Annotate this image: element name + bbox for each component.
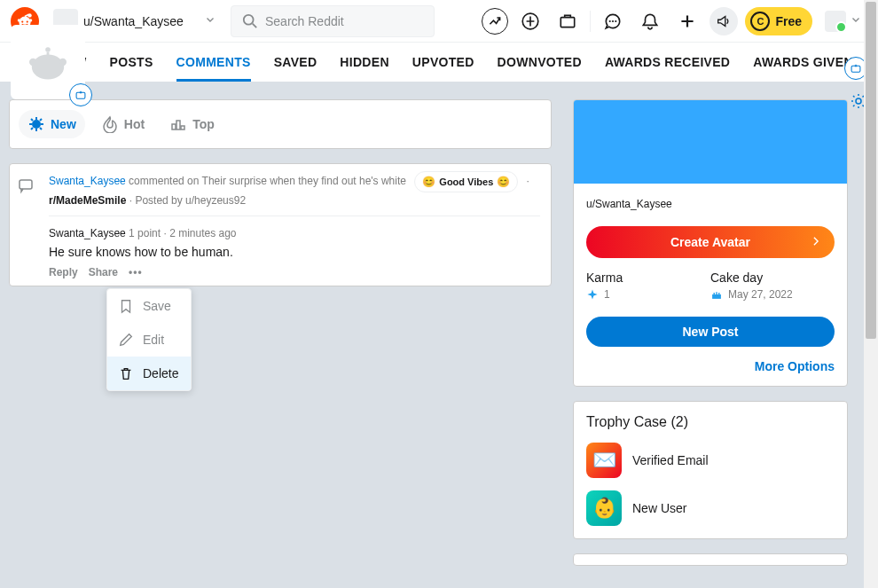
svg-rect-15	[181, 126, 184, 129]
comment-card[interactable]: Swanta_Kaysee commented on Their surpris…	[9, 163, 552, 286]
top-header: u/Swanta_Kaysee C Free	[0, 0, 878, 43]
reply-button[interactable]: Reply	[49, 266, 78, 278]
svg-rect-13	[176, 121, 180, 129]
tab-saved[interactable]: SAVED	[274, 43, 317, 82]
free-coins-button[interactable]: C Free	[745, 7, 812, 35]
subreddit-link[interactable]: r/MadeMeSmile	[49, 194, 126, 207]
svg-point-9	[609, 20, 611, 21]
comment-author-link[interactable]: Swanta_Kaysee	[49, 175, 126, 187]
svg-point-5	[29, 19, 32, 21]
svg-point-10	[612, 20, 614, 21]
sort-new[interactable]: New	[19, 110, 85, 138]
pencil-icon	[118, 332, 134, 348]
svg-rect-14	[172, 124, 176, 129]
sort-hot-label: Hot	[124, 117, 145, 131]
podium-icon	[169, 115, 187, 133]
trophy-icon: ✉️	[586, 443, 622, 478]
user-avatar-icon	[825, 11, 846, 32]
trophy-icon: 👶	[586, 490, 622, 526]
tab-posts[interactable]: POSTS	[110, 43, 153, 82]
popular-icon[interactable]	[482, 8, 508, 35]
svg-point-2	[21, 20, 23, 22]
scrollbar-track[interactable]	[864, 0, 878, 588]
comment-body: He sure knows how to be human.	[49, 245, 540, 259]
comment-actions: Reply Share •••	[49, 266, 540, 278]
new-post-button[interactable]: New Post	[586, 317, 835, 347]
chevron-down-icon	[850, 13, 862, 29]
svg-point-6	[244, 14, 254, 24]
menu-edit[interactable]: Edit	[107, 323, 191, 357]
user-menu[interactable]	[819, 9, 867, 34]
fire-icon	[101, 115, 119, 133]
op-link[interactable]: u/heyzeus92	[185, 194, 246, 207]
karma-stat: Karma 1	[586, 270, 710, 301]
sort-top[interactable]: Top	[161, 110, 223, 138]
profile-card: u/Swanta_Kaysee Create Avatar Karma 1 Ca…	[573, 99, 848, 387]
tab-upvoted[interactable]: UPVOTED	[412, 43, 474, 82]
sparkle-icon	[27, 115, 45, 133]
advertise-icon[interactable]	[709, 7, 738, 35]
post-flair: 😊Good Vibes😊	[414, 171, 518, 192]
tab-awards-given[interactable]: AWARDS GIVEN	[753, 43, 853, 82]
comment-author-link[interactable]: Swanta_Kaysee	[49, 227, 126, 239]
more-options-button[interactable]: More Options	[586, 359, 835, 373]
notifications-icon[interactable]	[635, 6, 665, 36]
trophy-title: Trophy Case (2)	[586, 414, 835, 430]
search-input[interactable]	[265, 14, 423, 28]
trophy-item: 👶 New User	[586, 490, 835, 526]
cakeday-stat: Cake day May 27, 2022	[710, 270, 835, 301]
bookmark-icon	[118, 298, 134, 314]
sort-new-label: New	[51, 117, 76, 131]
comment-context-line: Swanta_Kaysee commented on Their surpris…	[49, 171, 540, 192]
svg-rect-8	[561, 17, 575, 27]
post-title-link[interactable]: Their surprise when they find out he's w…	[202, 175, 406, 187]
svg-rect-16	[20, 180, 32, 189]
free-label: Free	[775, 14, 802, 28]
chevron-right-icon	[810, 235, 822, 250]
coin-icon[interactable]	[515, 6, 545, 36]
tab-downvoted[interactable]: DOWNVOTED	[498, 43, 582, 82]
trash-icon	[118, 365, 134, 381]
cake-icon	[710, 288, 723, 301]
share-button[interactable]: Share	[89, 266, 118, 278]
svg-point-11	[615, 20, 617, 21]
search-icon	[242, 13, 258, 29]
comment-overflow-menu: Save Edit Delete	[106, 288, 192, 391]
comment-type-icon	[10, 171, 42, 278]
create-post-icon[interactable]	[672, 6, 702, 36]
profile-username: u/Swanta_Kaysee	[586, 198, 835, 210]
menu-save[interactable]: Save	[107, 289, 191, 323]
menu-delete[interactable]: Delete	[107, 357, 191, 390]
tab-comments[interactable]: COMMENTS	[176, 43, 251, 82]
more-actions-button[interactable]: •••	[129, 266, 143, 278]
footer-card	[573, 553, 848, 566]
profile-banner	[574, 100, 847, 184]
svg-point-12	[32, 120, 41, 129]
tab-hidden[interactable]: HIDDEN	[340, 43, 388, 82]
chat-icon[interactable]	[598, 6, 628, 36]
profile-tabs: OVERVIEW POSTS COMMENTS SAVED HIDDEN UPV…	[0, 43, 878, 82]
sort-hot[interactable]: Hot	[92, 110, 153, 138]
comment-subreddit-line: r/MadeMeSmile · Posted by u/heyzeus92	[49, 194, 540, 207]
comment-meta: Swanta_Kaysee 1 point · 2 minutes ago	[49, 227, 540, 239]
svg-point-4	[18, 19, 20, 21]
search-box[interactable]	[231, 5, 435, 37]
username-label: u/Swanta_Kaysee	[83, 14, 184, 28]
moderation-icon[interactable]	[553, 6, 583, 36]
create-avatar-button[interactable]: Create Avatar	[586, 226, 835, 258]
sort-bar: New Hot Top	[9, 99, 552, 149]
scrollbar-thumb[interactable]	[866, 2, 876, 339]
trophy-item: ✉️ Verified Email	[586, 443, 835, 478]
coin-badge-icon: C	[750, 12, 770, 31]
tab-awards-received[interactable]: AWARDS RECEIVED	[605, 43, 730, 82]
trophy-case: Trophy Case (2) ✉️ Verified Email 👶 New …	[573, 401, 848, 539]
chevron-down-icon	[204, 13, 216, 28]
sort-top-label: Top	[192, 117, 215, 131]
svg-rect-24	[712, 294, 721, 299]
karma-icon	[586, 288, 599, 301]
svg-point-3	[27, 20, 28, 22]
